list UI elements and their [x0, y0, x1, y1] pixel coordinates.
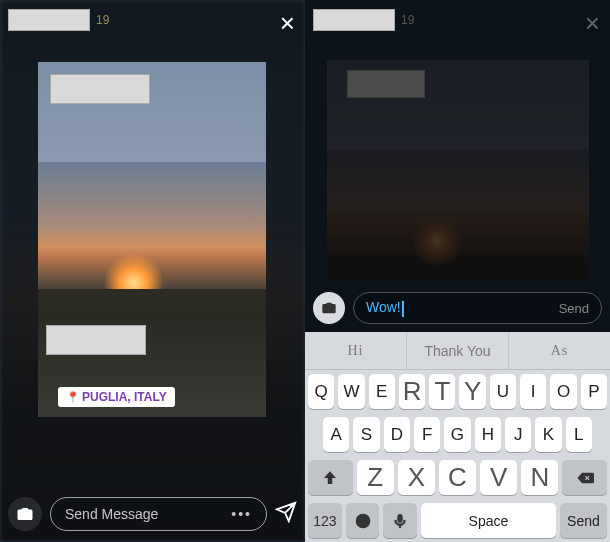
caption-placeholder [46, 325, 146, 355]
keyboard-row-bottom: 123 Space Send [305, 499, 610, 542]
camera-button[interactable] [313, 292, 345, 324]
reply-input-pill[interactable]: Wow! Send [353, 292, 602, 324]
globe-key[interactable] [346, 503, 380, 538]
story-header: 19 [305, 0, 610, 40]
space-key[interactable]: Space [421, 503, 556, 538]
story-footer: Send Message ••• [8, 494, 297, 534]
keyboard-row-1: Q W E R T Y U I O P [305, 370, 610, 413]
send-icon [275, 501, 297, 523]
virtual-keyboard: Hi Thank You As Q W E R T Y U I O P A S … [305, 332, 610, 542]
location-tag-label: PUGLIA, ITALY [82, 390, 167, 404]
key-t[interactable]: T [429, 374, 455, 409]
backspace-key[interactable] [562, 460, 607, 495]
story-sunset-region [38, 162, 266, 317]
key-c[interactable]: C [439, 460, 476, 495]
suggestion-item[interactable]: As [509, 332, 610, 369]
shift-key[interactable] [308, 460, 353, 495]
mention-placeholder [50, 74, 150, 104]
key-n[interactable]: N [521, 460, 558, 495]
user-avatar-placeholder[interactable] [8, 9, 90, 31]
numbers-key[interactable]: 123 [308, 503, 342, 538]
text-cursor [402, 301, 404, 317]
story-sky-region [327, 60, 589, 150]
key-j[interactable]: J [505, 417, 531, 452]
reply-typed-text: Wow! [366, 299, 401, 315]
message-placeholder: Send Message [65, 506, 158, 522]
key-a[interactable]: A [323, 417, 349, 452]
key-s[interactable]: S [353, 417, 379, 452]
key-g[interactable]: G [444, 417, 470, 452]
keyboard-row-3: Z X C V N B M [305, 456, 610, 499]
reply-input-row: Wow! Send [313, 290, 602, 326]
camera-button[interactable] [8, 497, 42, 531]
suggestion-item[interactable]: Thank You [407, 332, 509, 369]
user-avatar-placeholder[interactable] [313, 9, 395, 31]
suggestion-bar: Hi Thank You As [305, 332, 610, 370]
key-v[interactable]: V [480, 460, 517, 495]
key-d[interactable]: D [384, 417, 410, 452]
story-sunset-region [327, 150, 589, 280]
key-f[interactable]: F [414, 417, 440, 452]
camera-icon [321, 300, 337, 316]
story-timestamp: 19 [401, 13, 414, 27]
send-button[interactable] [275, 501, 297, 527]
close-button[interactable]: × [280, 8, 295, 39]
shift-icon [321, 469, 339, 487]
story-timestamp: 19 [96, 13, 109, 27]
key-r[interactable]: R [399, 374, 425, 409]
key-l[interactable]: L [566, 417, 592, 452]
location-tag[interactable]: 📍 PUGLIA, ITALY [58, 387, 175, 407]
close-button[interactable]: × [585, 8, 600, 39]
key-z[interactable]: Z [357, 460, 394, 495]
key-h[interactable]: H [475, 417, 501, 452]
backspace-icon [576, 469, 594, 487]
story-sky-region [38, 62, 266, 162]
send-label[interactable]: Send [559, 301, 589, 316]
mic-icon [391, 512, 409, 530]
key-y[interactable]: Y [459, 374, 485, 409]
story-reply-pane: 19 × Wow! Send Hi Thank You As Q W E R T… [305, 0, 610, 542]
story-media-dimmed [327, 60, 589, 280]
key-i[interactable]: I [520, 374, 546, 409]
story-media[interactable]: 📍 PUGLIA, ITALY [38, 62, 266, 462]
key-w[interactable]: W [338, 374, 364, 409]
key-o[interactable]: O [550, 374, 576, 409]
key-x[interactable]: X [398, 460, 435, 495]
suggestion-item[interactable]: Hi [305, 332, 407, 369]
message-input-pill[interactable]: Send Message ••• [50, 497, 267, 531]
keyboard-row-2: A S D F G H J K L [305, 413, 610, 456]
story-header: 19 [0, 0, 305, 40]
key-e[interactable]: E [369, 374, 395, 409]
keyboard-send-key[interactable]: Send [560, 503, 607, 538]
key-u[interactable]: U [490, 374, 516, 409]
mention-placeholder [347, 70, 425, 98]
key-q[interactable]: Q [308, 374, 334, 409]
globe-icon [354, 512, 372, 530]
key-k[interactable]: K [535, 417, 561, 452]
camera-icon [16, 505, 34, 523]
key-p[interactable]: P [581, 374, 607, 409]
mic-key[interactable] [383, 503, 417, 538]
more-options-button[interactable]: ••• [231, 506, 252, 522]
location-pin-icon: 📍 [66, 391, 80, 404]
story-view-pane: 19 × 📍 PUGLIA, ITALY Send Message ••• [0, 0, 305, 542]
story-land-region: 📍 PUGLIA, ITALY [38, 317, 266, 417]
